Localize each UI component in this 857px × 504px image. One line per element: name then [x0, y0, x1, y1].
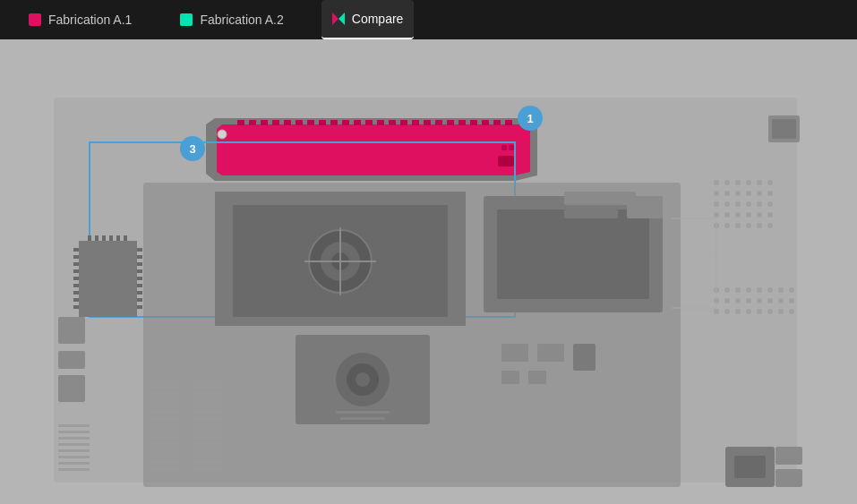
- svg-point-77: [724, 191, 730, 196]
- svg-point-78: [735, 191, 741, 196]
- tab-fabrication-a2[interactable]: Fabrication A.2: [169, 0, 294, 39]
- svg-rect-152: [190, 405, 226, 407]
- svg-rect-19: [435, 120, 442, 125]
- svg-rect-143: [145, 442, 181, 445]
- svg-rect-167: [58, 449, 90, 452]
- svg-point-113: [767, 298, 773, 303]
- svg-point-118: [735, 309, 741, 314]
- svg-rect-51: [88, 235, 91, 241]
- svg-rect-134: [145, 386, 181, 389]
- svg-rect-141: [145, 430, 181, 432]
- svg-rect-133: [145, 380, 181, 382]
- svg-rect-136: [145, 398, 181, 401]
- svg-rect-140: [145, 423, 181, 426]
- svg-rect-7: [296, 120, 303, 125]
- badge-3[interactable]: 3: [180, 136, 205, 161]
- svg-point-90: [735, 212, 741, 218]
- svg-rect-33: [73, 248, 79, 252]
- tab-compare[interactable]: Compare: [321, 0, 415, 39]
- svg-point-106: [778, 287, 784, 293]
- svg-rect-160: [190, 455, 226, 457]
- svg-point-105: [767, 287, 773, 293]
- svg-point-101: [724, 287, 730, 293]
- tab-fabrication-a1[interactable]: Fabrication A.1: [18, 0, 142, 39]
- svg-rect-9: [319, 120, 326, 125]
- svg-point-116: [714, 309, 719, 314]
- svg-point-117: [724, 309, 730, 314]
- svg-rect-169: [58, 462, 90, 465]
- svg-point-79: [746, 191, 751, 196]
- svg-point-85: [746, 201, 751, 207]
- svg-rect-144: [145, 448, 181, 451]
- svg-point-98: [757, 223, 762, 228]
- svg-rect-29: [509, 145, 514, 150]
- svg-rect-155: [190, 423, 226, 426]
- svg-rect-139: [145, 417, 181, 420]
- svg-point-83: [724, 201, 730, 207]
- svg-point-120: [757, 309, 762, 314]
- tab-fabrication-a2-label: Fabrication A.2: [200, 13, 283, 27]
- svg-point-104: [757, 287, 762, 293]
- svg-rect-69: [340, 417, 385, 420]
- svg-rect-41: [73, 305, 79, 309]
- svg-rect-35: [73, 262, 79, 266]
- svg-rect-146: [145, 461, 181, 464]
- svg-rect-151: [190, 398, 226, 401]
- svg-point-87: [767, 201, 773, 207]
- pcb-svg: [0, 39, 857, 504]
- svg-rect-172: [537, 344, 564, 362]
- svg-rect-50: [137, 305, 142, 309]
- svg-rect-27: [498, 156, 514, 167]
- svg-rect-145: [145, 455, 181, 457]
- svg-point-89: [724, 212, 730, 218]
- svg-point-72: [735, 180, 741, 185]
- svg-point-111: [746, 298, 751, 303]
- svg-point-96: [735, 223, 741, 228]
- svg-rect-49: [137, 298, 142, 302]
- svg-point-26: [218, 130, 227, 139]
- svg-point-82: [714, 201, 719, 207]
- tab-compare-label: Compare: [352, 12, 404, 26]
- svg-rect-147: [145, 467, 181, 470]
- svg-rect-52: [95, 235, 99, 241]
- svg-rect-12: [354, 120, 361, 125]
- svg-rect-3: [249, 120, 256, 125]
- svg-rect-131: [58, 351, 85, 369]
- svg-rect-142: [145, 436, 181, 439]
- svg-rect-173: [573, 344, 596, 371]
- svg-rect-28: [501, 145, 507, 150]
- svg-rect-150: [190, 392, 226, 395]
- fab-a2-color-indicator: [180, 13, 193, 26]
- svg-rect-22: [470, 120, 477, 125]
- svg-rect-156: [190, 430, 226, 432]
- svg-point-71: [724, 180, 730, 185]
- svg-point-74: [757, 180, 762, 185]
- svg-point-115: [789, 298, 794, 303]
- svg-rect-159: [190, 448, 226, 451]
- svg-rect-23: [482, 120, 489, 125]
- svg-rect-177: [564, 209, 618, 218]
- svg-point-75: [767, 180, 773, 185]
- svg-rect-132: [58, 375, 85, 402]
- svg-point-86: [757, 201, 762, 207]
- svg-rect-4: [261, 120, 268, 125]
- svg-rect-130: [58, 317, 85, 344]
- svg-point-93: [767, 212, 773, 218]
- svg-rect-157: [190, 436, 226, 439]
- svg-rect-20: [447, 120, 454, 125]
- svg-rect-68: [336, 411, 390, 414]
- svg-rect-37: [73, 277, 79, 280]
- svg-rect-25: [505, 120, 512, 125]
- badge-1[interactable]: 1: [518, 106, 543, 131]
- svg-rect-175: [528, 371, 546, 384]
- svg-point-73: [746, 180, 751, 185]
- svg-rect-53: [102, 235, 106, 241]
- svg-rect-39: [73, 291, 79, 295]
- svg-rect-137: [145, 405, 181, 407]
- svg-rect-153: [190, 411, 226, 414]
- svg-rect-178: [627, 196, 663, 218]
- svg-rect-36: [73, 269, 79, 273]
- svg-rect-135: [145, 392, 181, 395]
- svg-point-110: [735, 298, 741, 303]
- svg-rect-154: [190, 417, 226, 420]
